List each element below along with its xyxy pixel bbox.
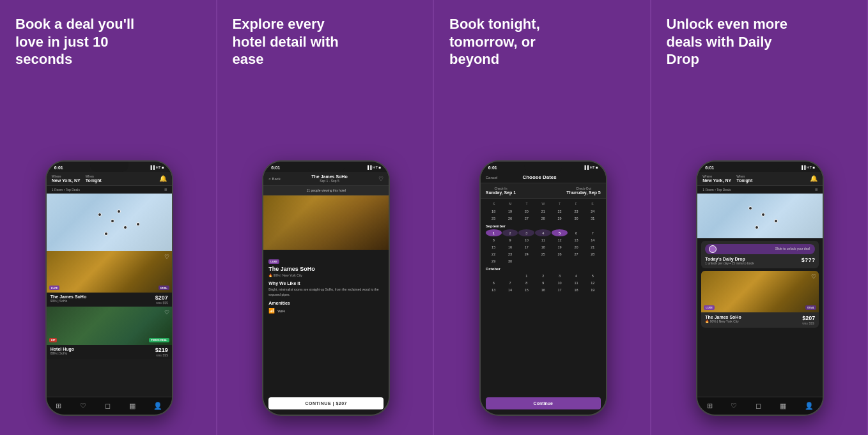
p4-hotel-card[interactable]: LUXE DEAL ♡ The James SoHo 🔥 90% | New Y… — [701, 271, 819, 328]
cal-cell[interactable]: 22 — [486, 250, 502, 257]
cal-cell[interactable]: 18 — [486, 208, 502, 215]
cal-cell[interactable]: 14 — [585, 236, 601, 243]
p4-nav-search-icon[interactable]: ⊞ — [707, 402, 713, 410]
cal-cell[interactable]: 31 — [585, 215, 601, 222]
cal-cell[interactable]: 8 — [518, 279, 534, 286]
p3-cancel-button[interactable]: Cancel — [486, 176, 498, 179]
cal-cell[interactable]: 27 — [518, 215, 534, 222]
p1-hotel-card-1[interactable]: LUXE DEAL ♡ The James SoHo 90% | SoHo $2… — [47, 251, 172, 307]
cal-cell[interactable]: 29 — [552, 215, 568, 222]
cal-cell[interactable]: 12 — [552, 236, 568, 243]
cal-cell[interactable]: 28 — [535, 215, 551, 222]
p4-nav-calendar-icon[interactable]: ▦ — [780, 402, 786, 410]
cal-cell-sep1[interactable]: 1 — [486, 229, 502, 236]
p4-slider-thumb[interactable] — [709, 245, 717, 253]
p2-heart-icon[interactable]: ♡ — [378, 176, 384, 182]
nav-list-icon[interactable]: ◻ — [105, 402, 111, 410]
p3-checkout-value: Thursday, Sep 5 — [566, 190, 601, 195]
cal-cell[interactable]: 26 — [502, 215, 518, 222]
p4-heart-icon[interactable]: ♡ — [811, 273, 816, 280]
cal-cell[interactable]: 21 — [535, 208, 551, 215]
cal-cell[interactable]: 30 — [568, 215, 584, 222]
cal-cell[interactable]: 12 — [585, 279, 601, 286]
cal-cell[interactable]: 1 — [518, 272, 534, 279]
cal-cell[interactable]: 24 — [518, 250, 534, 257]
cal-cell[interactable]: 11 — [568, 279, 584, 286]
cal-cell[interactable]: 2 — [535, 272, 551, 279]
cal-cell[interactable]: 20 — [568, 243, 584, 250]
cal-cell[interactable]: 19 — [502, 208, 518, 215]
cal-cell[interactable]: 9 — [502, 236, 518, 243]
p4-nav-list-icon[interactable]: ◻ — [756, 402, 761, 410]
cal-cell[interactable]: 14 — [502, 286, 518, 293]
bell-icon[interactable]: 🔔 — [159, 175, 167, 182]
cal-cell[interactable]: 10 — [518, 236, 534, 243]
p1-hotel-was-2: was $$$ — [155, 353, 168, 357]
cal-cell[interactable]: 4 — [568, 272, 584, 279]
p1-hotel-price-2: $219 — [155, 347, 168, 353]
p1-hotel-card-2[interactable]: HIP PERKS DEAL ♡ Hotel Hugo 88% | SoHo $… — [47, 307, 172, 359]
p3-checkout: Check-Out Thursday, Sep 5 — [566, 187, 601, 195]
cal-cell[interactable]: 18 — [568, 286, 584, 293]
cal-cell[interactable]: 25 — [535, 250, 551, 257]
p1-hotel-price-info-2: $219 was $$$ — [155, 347, 168, 357]
cal-cell[interactable]: 30 — [502, 257, 518, 264]
cal-cell[interactable]: 10 — [552, 279, 568, 286]
cal-cell[interactable]: 24 — [585, 208, 601, 215]
cal-cell[interactable]: 17 — [552, 286, 568, 293]
cal-cell[interactable]: 18 — [535, 243, 551, 250]
cal-cell-sep6[interactable]: 6 — [568, 229, 584, 236]
p3-sept-week2: 25 26 27 28 29 30 31 — [486, 215, 601, 222]
cal-cell[interactable]: 8 — [486, 236, 502, 243]
p1-hotel-sub-1: 90% | SoHo — [50, 299, 86, 303]
cal-cell[interactable]: 15 — [518, 286, 534, 293]
cal-cell[interactable]: 27 — [568, 250, 584, 257]
cal-cell[interactable]: 7 — [502, 279, 518, 286]
cal-cell-sep7[interactable]: 7 — [585, 229, 601, 236]
cal-cell[interactable]: 29 — [486, 257, 502, 264]
p2-back-button[interactable]: < Back — [268, 177, 281, 181]
p3-sept-week3: 1 2 3 4 5 6 7 — [486, 229, 601, 236]
cal-cell[interactable]: 19 — [552, 243, 568, 250]
cal-cell-sep5[interactable]: 5 — [552, 229, 568, 236]
nav-profile-icon[interactable]: 👤 — [153, 402, 162, 410]
cal-cell[interactable]: 19 — [585, 286, 601, 293]
cal-cell[interactable]: 28 — [585, 250, 601, 257]
p1-where-value: New York, NY — [52, 178, 81, 183]
nav-calendar-icon[interactable]: ▦ — [129, 402, 136, 410]
cal-cell[interactable]: 22 — [552, 208, 568, 215]
cal-cell[interactable]: 17 — [518, 243, 534, 250]
p4-slider-track[interactable]: Slide to unlock your deal — [705, 244, 815, 254]
cal-cell[interactable]: 11 — [535, 236, 551, 243]
cal-cell[interactable]: 26 — [552, 250, 568, 257]
cal-cell[interactable]: 15 — [486, 243, 502, 250]
p1-heart-icon-2[interactable]: ♡ — [164, 309, 169, 316]
cal-cell[interactable]: 3 — [552, 272, 568, 279]
cal-cell[interactable]: 23 — [568, 208, 584, 215]
notch-3 — [524, 162, 562, 172]
p4-nav-profile-icon[interactable]: 👤 — [805, 402, 814, 410]
p2-hotel-title: The James SoHo — [311, 174, 347, 179]
cal-cell[interactable]: 23 — [502, 250, 518, 257]
p4-nav-heart-icon[interactable]: ♡ — [731, 402, 737, 410]
cal-cell[interactable]: 16 — [535, 286, 551, 293]
cal-cell[interactable]: 16 — [502, 243, 518, 250]
nav-heart-icon[interactable]: ♡ — [80, 402, 86, 410]
cal-cell[interactable]: 6 — [486, 279, 502, 286]
p3-continue-button[interactable]: Continue — [486, 397, 601, 409]
cal-cell[interactable]: 9 — [535, 279, 551, 286]
cal-cell[interactable]: 21 — [585, 243, 601, 250]
cal-cell[interactable]: 20 — [518, 208, 534, 215]
p1-heart-icon[interactable]: ♡ — [164, 254, 169, 260]
cal-cell-sep4[interactable]: 4 — [535, 229, 551, 236]
cal-cell-sep2[interactable]: 2 — [502, 229, 518, 236]
cal-cell[interactable]: 13 — [568, 236, 584, 243]
cal-cell-sep3[interactable]: 3 — [518, 229, 534, 236]
p2-continue-button[interactable]: CONTINUE | $207 — [268, 397, 384, 409]
cal-cell[interactable]: 25 — [486, 215, 502, 222]
cal-cell[interactable]: 13 — [486, 286, 502, 293]
p4-bell-icon[interactable]: 🔔 — [810, 175, 818, 182]
cal-cell[interactable]: 5 — [585, 272, 601, 279]
p4-luxe-badge: LUXE — [704, 305, 715, 310]
nav-search-icon[interactable]: ⊞ — [56, 402, 61, 410]
